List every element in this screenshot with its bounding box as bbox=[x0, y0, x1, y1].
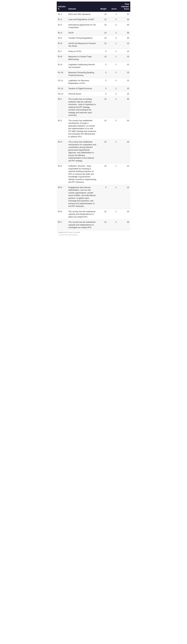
cell-weight: 5 bbox=[97, 91, 108, 97]
table-row: R1-5Transfer Pricing Regulations10330 bbox=[57, 36, 130, 41]
cell-indicator: Informal Sector bbox=[67, 91, 97, 97]
cell-indicator: Taxation of Digital Economy bbox=[67, 86, 97, 92]
cell-final-score: 10 bbox=[118, 41, 130, 49]
table-row: R1-11Legislation for Recovery-Repatriati… bbox=[57, 78, 130, 86]
table-row: R2-5Engagement with relevant stakeholder… bbox=[57, 185, 130, 209]
cell-indicator: CbCR bbox=[67, 30, 97, 36]
cell-weight: 10 bbox=[97, 17, 108, 22]
cell-indicator: The country has established mechanisms f… bbox=[67, 140, 97, 164]
cell-weight: 10 bbox=[97, 220, 108, 230]
cell-weight: 10 bbox=[97, 54, 108, 62]
cell-score: 3 bbox=[108, 22, 118, 30]
footer-credit: Created with Datawrapper bbox=[57, 234, 130, 237]
cell-final-score: 10 bbox=[118, 54, 130, 62]
cell-score: 1 bbox=[108, 41, 118, 49]
cell-final-score: 20 bbox=[118, 140, 130, 164]
cell-indicator-n: R1-7 bbox=[57, 49, 67, 54]
cell-indicator-n: R1-4 bbox=[57, 30, 67, 36]
table-row: R1-1AEOI and CRS Standards10220 bbox=[57, 12, 130, 17]
cell-final-score: 20 bbox=[118, 209, 130, 220]
table-row: R1-3International Agreements for Tax Coo… bbox=[57, 22, 130, 30]
cell-final-score: 30 bbox=[118, 36, 130, 41]
cell-weight: 5 bbox=[97, 78, 108, 86]
header-weight: Weight bbox=[97, 2, 108, 12]
cell-final-score: 30 bbox=[118, 17, 130, 22]
cell-weight: 10 bbox=[97, 164, 108, 185]
table-row: R2-4Institution- structure - body respon… bbox=[57, 164, 130, 185]
cell-weight: 10 bbox=[97, 41, 108, 49]
cell-final-score: 30 bbox=[118, 22, 130, 30]
cell-final-score: 30 bbox=[118, 30, 130, 36]
cell-indicator: Transfer Pricing Regulations bbox=[67, 36, 97, 41]
table-row: R1-6GAAR and Measures to Prevent Tax Abu… bbox=[57, 41, 130, 49]
cell-indicator-n: R2-6 bbox=[57, 209, 67, 220]
cell-weight: 10 bbox=[97, 97, 108, 118]
cell-indicator-n: R1-1 bbox=[57, 12, 67, 17]
cell-indicator-n: R2-5 bbox=[57, 185, 67, 209]
cell-indicator: Engagement with relevant stakeholders- s… bbox=[67, 185, 97, 209]
cell-indicator-n: R1-5 bbox=[57, 36, 67, 41]
cell-indicator: International Agreements for Tax Coopera… bbox=[67, 22, 97, 30]
cell-score: 3 bbox=[108, 78, 118, 86]
table-row: R1-12Taxation of Digital Economy5210 bbox=[57, 86, 130, 92]
cell-score: 3 bbox=[108, 185, 118, 209]
cell-score: 3 bbox=[108, 220, 118, 230]
cell-score: 2 bbox=[108, 62, 118, 70]
cell-score: 2 bbox=[108, 12, 118, 17]
cell-indicator-n: R2-2 bbox=[57, 118, 67, 140]
cell-weight: 10 bbox=[97, 12, 108, 17]
table-container: Indicator N. Indicator Weight Score Fina… bbox=[57, 0, 130, 240]
cell-indicator: Legislation Addressing Harmful Tax Incen… bbox=[67, 62, 97, 70]
cell-final-score: 10 bbox=[118, 62, 130, 70]
table-row: R1-7Policy on DTAs5210 bbox=[57, 49, 130, 54]
cell-indicator-n: R2-3 bbox=[57, 140, 67, 164]
footer-note: Additional 25 rows not shown. bbox=[57, 230, 130, 234]
cell-score: 3 bbox=[108, 91, 118, 97]
cell-indicator-n: R1-3 bbox=[57, 22, 67, 30]
cell-indicator-n: R1-6 bbox=[57, 41, 67, 49]
cell-indicator: The country has the institutional capaci… bbox=[67, 209, 97, 220]
cell-score: 3 bbox=[108, 36, 118, 41]
table-row: R2-7The country has the institutional ca… bbox=[57, 220, 130, 230]
cell-weight: 10 bbox=[97, 36, 108, 41]
cell-indicator-n: R2-1 bbox=[57, 97, 67, 118]
table-row: R2-6The country has the institutional ca… bbox=[57, 209, 130, 220]
cell-score: 3 bbox=[108, 70, 118, 78]
cell-indicator-n: R1-2 bbox=[57, 17, 67, 22]
cell-final-score: 10 bbox=[118, 86, 130, 92]
cell-final-score: 30 bbox=[118, 220, 130, 230]
cell-weight: 10 bbox=[97, 118, 108, 140]
cell-score: 2 bbox=[108, 49, 118, 54]
cell-weight: 10 bbox=[97, 30, 108, 36]
header-indicator-n: Indicator N. bbox=[57, 2, 67, 12]
cell-indicator: Laws and Regulations on BOT bbox=[67, 17, 97, 22]
cell-indicator: Measures to Combat Trade Misinvoicing bbox=[67, 54, 97, 62]
cell-indicator: Measures Preventing Banking-Financial Se… bbox=[67, 70, 97, 78]
cell-final-score: 15 bbox=[118, 70, 130, 78]
header-indicator: Indicator bbox=[67, 2, 97, 12]
cell-indicator-n: R2-4 bbox=[57, 164, 67, 185]
cell-indicator: Policy on DTAs bbox=[67, 49, 97, 54]
cell-score: 3 bbox=[108, 30, 118, 36]
table-row: R1-9Legislation Addressing Harmful Tax I… bbox=[57, 62, 130, 70]
cell-weight: 10 bbox=[97, 209, 108, 220]
cell-score: 1 bbox=[108, 164, 118, 185]
cell-final-score: 10 bbox=[118, 164, 130, 185]
cell-score: 3 bbox=[108, 97, 118, 118]
cell-final-score: 15 bbox=[118, 91, 130, 97]
cell-final-score: 10 bbox=[118, 49, 130, 54]
table-row: R1-10Measures Preventing Banking-Financi… bbox=[57, 70, 130, 78]
cell-score: 2 bbox=[108, 140, 118, 164]
cell-weight: 5 bbox=[97, 62, 108, 70]
table-row: R1-8Measures to Combat Trade Misinvoicin… bbox=[57, 54, 130, 62]
cell-indicator-n: R1-10 bbox=[57, 70, 67, 78]
cell-indicator: The country has an existing institution … bbox=[67, 97, 97, 118]
cell-indicator: GAAR and Measures to Prevent Tax Abuse bbox=[67, 41, 97, 49]
cell-indicator: The country has established mechanisms- … bbox=[67, 118, 97, 140]
cell-weight: 5 bbox=[97, 70, 108, 78]
cell-score: 1 bbox=[108, 54, 118, 62]
cell-score: 2 bbox=[108, 86, 118, 92]
table-header-row: Indicator N. Indicator Weight Score Fina… bbox=[57, 2, 130, 12]
cell-score: 2 bbox=[108, 209, 118, 220]
cell-final-score: 15 bbox=[118, 185, 130, 209]
